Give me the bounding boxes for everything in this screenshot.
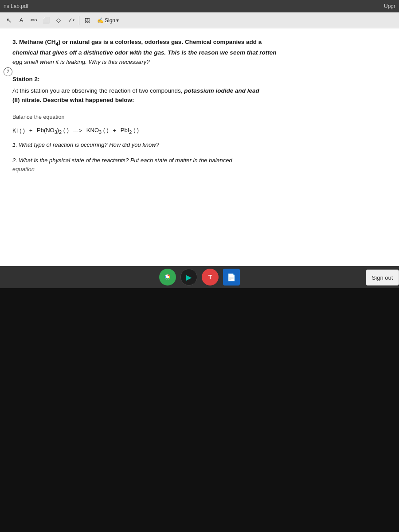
sign-out-label: Sign out	[372, 274, 393, 281]
toolbar-separator	[79, 16, 79, 25]
question-1-text: 1. What type of reaction is occurring? H…	[12, 141, 387, 150]
sign-dropdown-button[interactable]: ✍ Sign ▾	[94, 16, 121, 25]
eraser-icon: ⬜	[43, 17, 50, 23]
sign-icon: ✍	[97, 17, 104, 23]
plus-1: +	[27, 126, 34, 135]
pb-term: Pb(NO3)2 ( )	[37, 126, 69, 136]
chrome-svg	[163, 273, 172, 282]
toolbar: ↖ A ✏ ▾ ⬜ ◇ ✓ ▾ 🖼 ✍ Sign ▾	[0, 12, 399, 28]
check-button[interactable]: ✓ ▾	[66, 15, 76, 26]
check-dropdown-icon: ▾	[73, 18, 74, 22]
plus-2: +	[111, 126, 118, 135]
station-2-block: Station 2: At this station you are obser…	[12, 75, 387, 105]
title-bar-left: ns Lab.pdf	[4, 3, 28, 9]
text-tool-button[interactable]: A	[16, 15, 27, 26]
cursor-icon: ↖	[6, 16, 12, 24]
question-2-text: 2. What is the physical state of the rea…	[12, 156, 387, 165]
app-icon: T	[208, 274, 212, 281]
pencil-icon: ✏	[31, 17, 35, 23]
pencil-dropdown-button[interactable]: ✏ ▾	[28, 15, 39, 26]
bottom-dark-area	[0, 288, 399, 532]
station-2-body: At this station you are observing the re…	[12, 86, 387, 105]
text-icon: A	[20, 17, 23, 23]
equation-line: KI ( ) + Pb(NO3)2 ( ) ---> KNO3 ( ) + Pb…	[12, 126, 387, 136]
files-icon-button[interactable]: 📄	[223, 269, 240, 286]
pdf-content: 3. Methane (CH4) or natural gas is a col…	[12, 37, 387, 174]
balance-heading: Balance the equation	[12, 113, 387, 121]
chrome-icon-button[interactable]	[159, 269, 176, 286]
question-3-block: 3. Methane (CH4) or natural gas is a col…	[12, 37, 387, 67]
eraser-button[interactable]: ⬜	[41, 15, 51, 26]
meet-icon-button[interactable]: ▶	[180, 269, 197, 286]
check-icon: ✓	[68, 17, 73, 23]
cursor-tool-button[interactable]: ↖	[4, 15, 14, 26]
question-3-text: 3. Methane (CH4) or natural gas is a col…	[12, 37, 387, 67]
twitter-icon-button[interactable]: T	[202, 269, 219, 286]
upgrade-text: Upgr	[384, 0, 395, 12]
svg-point-1	[166, 276, 169, 278]
sign-dropdown-arrow: ▾	[116, 17, 119, 23]
pbi2-term: PbI2 ( )	[121, 126, 139, 136]
taskbar: ▶ T 📄	[0, 266, 399, 288]
pencil-dropdown-icon: ▾	[35, 18, 37, 22]
highlight-button[interactable]: ◇	[53, 15, 64, 26]
image-icon: 🖼	[85, 17, 90, 23]
balance-equation-block: Balance the equation KI ( ) + Pb(NO3)2 (…	[12, 113, 387, 174]
sign-label: Sign	[105, 17, 115, 23]
filename-label: ns Lab.pdf	[4, 3, 28, 9]
sign-out-button[interactable]: Sign out	[366, 270, 399, 286]
kno3-term: KNO3 ( )	[86, 126, 109, 136]
page-number-circle: 2	[4, 67, 12, 76]
highlight-icon: ◇	[56, 17, 61, 23]
title-bar: ns Lab.pdf Upgr	[0, 0, 399, 12]
station-2-heading: Station 2:	[12, 75, 387, 84]
pdf-area: 3. Methane (CH4) or natural gas is a col…	[0, 28, 399, 290]
image-button[interactable]: 🖼	[82, 15, 93, 26]
ki-term: KI ( )	[12, 126, 25, 135]
meet-icon: ▶	[186, 273, 192, 282]
files-icon: 📄	[227, 273, 236, 282]
equation-continuation: equation	[12, 165, 387, 174]
arrow-symbol: --->	[71, 126, 84, 135]
